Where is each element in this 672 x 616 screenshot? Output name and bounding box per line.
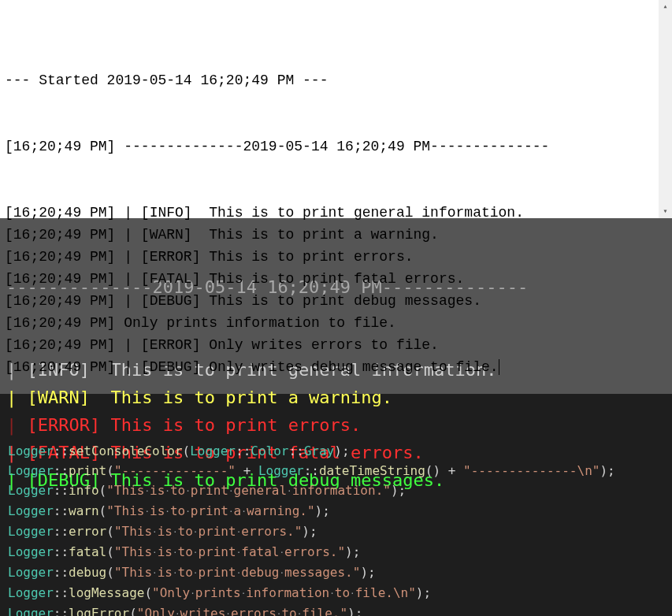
paren-close: )	[360, 565, 368, 580]
code-token: +	[236, 463, 258, 478]
code-token: ()	[425, 463, 440, 478]
text-log-panel: ▴ ▾ --- Started 2019-05-14 16;20;49 PM -…	[0, 0, 672, 218]
scope-operator: ::	[54, 524, 69, 539]
code-function: fatal	[69, 544, 106, 559]
console-tag: [ERROR]	[28, 415, 101, 435]
paren-close: )	[315, 503, 323, 518]
scope-operator: ::	[54, 463, 69, 478]
paren-open: (	[106, 565, 114, 580]
code-class: Logger	[8, 463, 54, 478]
paren-open: (	[106, 544, 114, 559]
log-header-line: [16;20;49 PM] --------------2019-05-14 1…	[5, 135, 667, 158]
log-pipe: |	[115, 249, 140, 265]
log-message: Only writes debug message to file.	[200, 359, 499, 375]
semicolon: ;	[423, 585, 431, 600]
code-token: Logger	[258, 463, 304, 478]
code-line[interactable]: Logger::error("This·is·to·print·errors."…	[8, 521, 664, 542]
log-tag: [WARN]	[141, 227, 201, 243]
scope-operator: ::	[54, 483, 69, 498]
log-timestamp: [16;20;49 PM]	[5, 271, 115, 287]
semicolon: ;	[322, 503, 330, 518]
code-line[interactable]: Logger::setConsoleColor(Logger::Color::G…	[8, 441, 664, 461]
log-tag: [ERROR]	[141, 249, 201, 265]
semicolon: ;	[310, 524, 317, 539]
code-line[interactable]: Logger::print("--------------" + Logger:…	[8, 461, 664, 481]
log-message: Only writes errors to file.	[200, 337, 438, 353]
code-line[interactable]: Logger::debug("This·is·to·print·debug·me…	[8, 562, 664, 583]
log-pipe: |	[115, 271, 140, 287]
scrollbar-track[interactable]: ▴ ▾	[659, 0, 672, 218]
code-line[interactable]: Logger::warn("This·is·to·print·a·warning…	[8, 501, 664, 521]
code-function: logError	[69, 606, 129, 616]
semicolon: ;	[368, 565, 376, 580]
paren-close: )	[345, 544, 353, 559]
log-line: [16;20;49 PM] Only prints information to…	[5, 312, 667, 334]
code-class: Logger	[8, 483, 54, 498]
log-message: Only prints information to file.	[124, 315, 396, 331]
code-function: error	[69, 524, 106, 539]
log-message: This is to print debug messages.	[200, 293, 481, 309]
paren-open: (	[183, 443, 191, 458]
scroll-up-button[interactable]: ▴	[659, 0, 672, 13]
code-function: setConsoleColor	[69, 443, 183, 458]
code-token: +	[440, 463, 463, 478]
paren-open: (	[129, 606, 137, 616]
code-line[interactable]: Logger::logMessage("Only·prints·informat…	[8, 583, 664, 603]
paren-open: (	[99, 503, 107, 518]
code-token: dateTimeString	[319, 463, 425, 478]
scroll-down-button[interactable]: ▾	[659, 205, 672, 218]
log-line: [16;20;49 PM] | [ERROR] Only writes erro…	[5, 334, 667, 356]
code-token: Gray	[304, 443, 335, 458]
paren-close: )	[347, 606, 355, 616]
console-message: This is to print errors.	[100, 415, 361, 435]
log-timestamp: [16;20;49 PM]	[5, 205, 115, 221]
semicolon: ;	[607, 463, 615, 478]
code-string: "This·is·to·print·debug·messages."	[114, 565, 361, 580]
code-class: Logger	[8, 606, 54, 616]
scope-operator: ::	[54, 565, 69, 580]
semicolon: ;	[353, 544, 361, 559]
log-tag: [FATAL]	[141, 271, 201, 287]
log-line: [16;20;49 PM] | [INFO] This is to print …	[5, 202, 667, 224]
scope-operator: ::	[54, 585, 69, 600]
scope-operator: ::	[54, 544, 69, 559]
log-tag: [INFO]	[141, 205, 201, 221]
code-string: "Only·prints·information·to·file.\n"	[152, 585, 416, 600]
log-pipe: |	[115, 205, 140, 221]
log-tag: [ERROR]	[141, 337, 201, 353]
paren-open: (	[106, 463, 114, 478]
log-pipe	[115, 315, 124, 331]
code-function: print	[69, 463, 106, 478]
code-line[interactable]: Logger::info("This·is·to·print·general·i…	[8, 481, 664, 501]
log-message: This is to print a warning.	[200, 227, 438, 243]
paren-open: (	[106, 524, 114, 539]
code-string: "This·is·to·print·general·information."	[106, 483, 391, 498]
code-class: Logger	[8, 544, 54, 559]
scope-operator: ::	[54, 503, 69, 518]
code-line[interactable]: Logger::logError("Only·writes·errors·to·…	[8, 603, 664, 616]
log-timestamp: [16;20;49 PM]	[5, 359, 115, 375]
log-message: This is to print fatal errors.	[200, 271, 464, 287]
log-timestamp: [16;20;49 PM]	[5, 227, 115, 243]
scope-operator: ::	[54, 606, 69, 616]
code-token: Logger	[190, 443, 236, 458]
code-token: ::	[304, 463, 319, 478]
code-function: debug	[69, 565, 106, 580]
paren-open: (	[144, 585, 152, 600]
paren-close: )	[391, 483, 399, 498]
code-class: Logger	[8, 585, 54, 600]
log-timestamp: [16;20;49 PM]	[5, 337, 115, 353]
log-message: This is to print general information.	[200, 205, 523, 221]
log-pipe: |	[115, 227, 140, 243]
log-line: [16;20;49 PM] | [DEBUG] This is to print…	[5, 290, 667, 312]
semicolon: ;	[355, 606, 363, 616]
log-timestamp: [16;20;49 PM]	[5, 315, 115, 331]
scope-operator: ::	[54, 443, 69, 458]
log-line: [16;20;49 PM] | [DEBUG] Only writes debu…	[5, 356, 667, 378]
code-line[interactable]: Logger::fatal("This·is·to·print·fatal·er…	[8, 542, 664, 562]
code-token: ::	[236, 443, 251, 458]
code-string: "This·is·to·print·a·warning."	[106, 503, 314, 518]
code-function: logMessage	[69, 585, 144, 600]
log-line: [16;20;49 PM] | [WARN] This is to print …	[5, 224, 667, 246]
paren-close: )	[600, 463, 607, 478]
